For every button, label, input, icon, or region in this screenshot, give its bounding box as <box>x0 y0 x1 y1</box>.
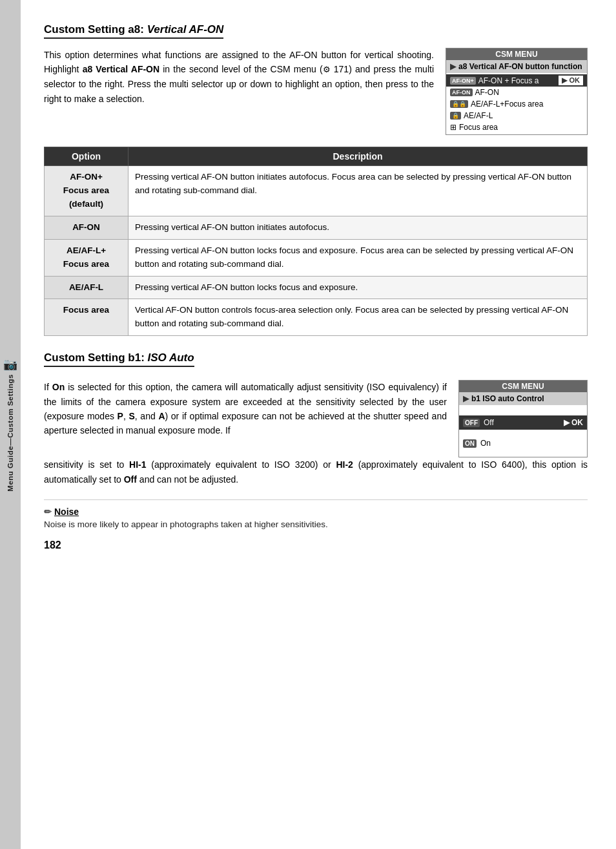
section-b1-intro-text: If On is selected for this option, the c… <box>44 380 447 438</box>
ok-button-b1[interactable]: ▶ OK <box>564 418 583 427</box>
table-row: AE/AF-L+Focus area Pressing vertical AF-… <box>45 239 588 276</box>
sidebar: 📷 Menu Guide—Custom Settings <box>0 0 21 849</box>
options-table-a8: Option Description AF-ON+Focus area(defa… <box>44 147 588 336</box>
col-header-option: Option <box>45 147 128 166</box>
option-af-on-plus: AF-ON+Focus area(default) <box>45 166 128 216</box>
csm-menu-a8-title-row: ▶ a8 Vertical AF-ON button function <box>446 60 587 73</box>
csm-menu-b1-row-off[interactable]: OFF Off ▶ OK <box>459 415 587 430</box>
intro-a8-cont: in the second level of the CSM menu ( <box>159 64 323 74</box>
csm-row4-text: AE/AF-L <box>464 111 493 120</box>
b1-intro-on: On <box>52 382 65 392</box>
note-title-text: Noise <box>54 507 79 517</box>
csm-row2-text: AF-ON <box>475 88 499 97</box>
section-b1-title-text: Custom Setting b1: <box>44 351 148 364</box>
csm-row1-text: AF-ON + Focus a <box>478 76 539 85</box>
section-b1-title-italic: ISO Auto <box>148 351 194 364</box>
ok-button-a8[interactable]: ▶ OK <box>559 76 583 85</box>
section-b1-title: Custom Setting b1: ISO Auto <box>44 351 194 367</box>
desc-af-on-plus: Pressing vertical AF-ON button initiates… <box>128 166 588 216</box>
option-af-on: AF-ON <box>45 216 128 239</box>
csm-row3-text: AE/AF-L+Focus area <box>471 100 543 109</box>
csm-row5-text: Focus area <box>459 123 498 132</box>
csm-menu-a8-row-3[interactable]: 🔒🔒 AE/AF-L+Focus area <box>446 98 587 110</box>
pencil-icon: ✏ <box>44 507 52 517</box>
csm-menu-b1-row-on[interactable]: ON On <box>459 436 587 450</box>
option-focus-area: Focus area <box>45 299 128 336</box>
csm-menu-b1-title-row: ▶ b1 ISO auto Control <box>459 392 587 405</box>
csm-menu-a8-row-5[interactable]: ⊞ Focus area <box>446 121 587 133</box>
main-content: Custom Setting a8: Vertical AF-ON This o… <box>21 0 616 849</box>
b1-cont-final: and can not be adjusted. <box>137 474 238 485</box>
section-a8-title: Custom Setting a8: Vertical AF-ON <box>44 23 223 39</box>
b1-intro-if: If <box>44 382 52 392</box>
csm-menu-a8-row-1[interactable]: AF-ON+ AF-ON + Focus a ▶ OK <box>446 74 587 87</box>
off-text: Off <box>484 418 494 427</box>
b1-hi2: HI-2 <box>336 459 353 470</box>
af-on-plus-badge: AF-ON+ <box>450 77 476 85</box>
b1-s: S <box>128 411 134 421</box>
csm-menu-a8-header: CSM MENU <box>446 48 587 60</box>
setting-symbol: ⚙ <box>323 65 331 74</box>
csm-menu-b1-arrow: ▶ <box>463 394 469 403</box>
b1-a: A <box>158 411 165 421</box>
desc-ae-af-l-plus: Pressing vertical AF-ON button locks foc… <box>128 239 588 276</box>
table-row: AF-ON+Focus area(default) Pressing verti… <box>45 166 588 216</box>
section-b1-block: If On is selected for this option, the c… <box>44 380 588 457</box>
focus-icon: ⊞ <box>450 123 457 132</box>
csm-menu-b1-title: b1 ISO auto Control <box>471 394 544 403</box>
ae-af-badge: 🔒 <box>450 112 461 120</box>
intro-text-a8: This option determines what functions ar… <box>44 48 434 106</box>
csm-menu-b1-header: CSM MENU <box>459 381 587 392</box>
csm-menu-a8-row-2[interactable]: AF-ON AF-ON <box>446 87 587 98</box>
b1-cont-text: sensitivity is set to <box>44 459 129 470</box>
desc-af-on: Pressing vertical AF-ON button initiates… <box>128 216 588 239</box>
csm-menu-a8-title: a8 Vertical AF-ON button function <box>458 62 582 71</box>
table-row: Focus area Vertical AF-ON button control… <box>45 299 588 336</box>
section-a8-title-text: Custom Setting a8: <box>44 23 147 36</box>
csm-menu-a8-rows: AF-ON+ AF-ON + Focus a ▶ OK AF-ON AF-ON … <box>446 73 587 134</box>
sidebar-label: Menu Guide—Custom Settings <box>6 374 14 492</box>
intro-a8-bold: a8 Vertical AF-ON <box>83 64 159 74</box>
b1-off-bold: Off <box>124 474 137 485</box>
option-ae-af-l: AE/AF-L <box>45 276 128 299</box>
option-ae-af-l-plus: AE/AF-L+Focus area <box>45 239 128 276</box>
csm-menu-a8-row-4[interactable]: 🔒 AE/AF-L <box>446 110 587 121</box>
desc-focus-area: Vertical AF-ON button controls focus-are… <box>128 299 588 336</box>
b1-p: P <box>118 411 123 421</box>
note-title: ✏ Noise <box>44 507 588 517</box>
section-a8-title-italic: Vertical AF-ON <box>147 23 224 36</box>
note-section: ✏ Noise Noise is more likely to appear i… <box>44 499 588 529</box>
ae-af-plus-badge: 🔒🔒 <box>450 100 468 108</box>
table-row: AF-ON Pressing vertical AF-ON button ini… <box>45 216 588 239</box>
intro-block-a8: This option determines what functions ar… <box>44 48 588 135</box>
on-text: On <box>480 439 491 448</box>
table-row: AE/AF-L Pressing vertical AF-ON button l… <box>45 276 588 299</box>
b1-cont-mid: (approximately equivalent to ISO 3200) o… <box>147 459 336 470</box>
csm-menu-b1: CSM MENU ▶ b1 ISO auto Control OFF Off ▶… <box>458 380 588 457</box>
on-badge: ON <box>463 439 477 448</box>
csm-menu-a8: CSM MENU ▶ a8 Vertical AF-ON button func… <box>446 48 588 135</box>
camera-icon: 📷 <box>3 357 17 372</box>
col-header-description: Description <box>128 147 588 166</box>
off-badge: OFF <box>463 419 480 427</box>
af-on-badge: AF-ON <box>450 89 473 96</box>
note-text: Noise is more likely to appear in photog… <box>44 519 588 529</box>
b1-hi1: HI-1 <box>129 459 146 470</box>
page-number: 182 <box>44 540 588 551</box>
desc-ae-af-l: Pressing vertical AF-ON button locks foc… <box>128 276 588 299</box>
csm-menu-a8-arrow: ▶ <box>450 62 456 71</box>
continue-text-b1: sensitivity is set to HI-1 (approximatel… <box>44 457 588 487</box>
